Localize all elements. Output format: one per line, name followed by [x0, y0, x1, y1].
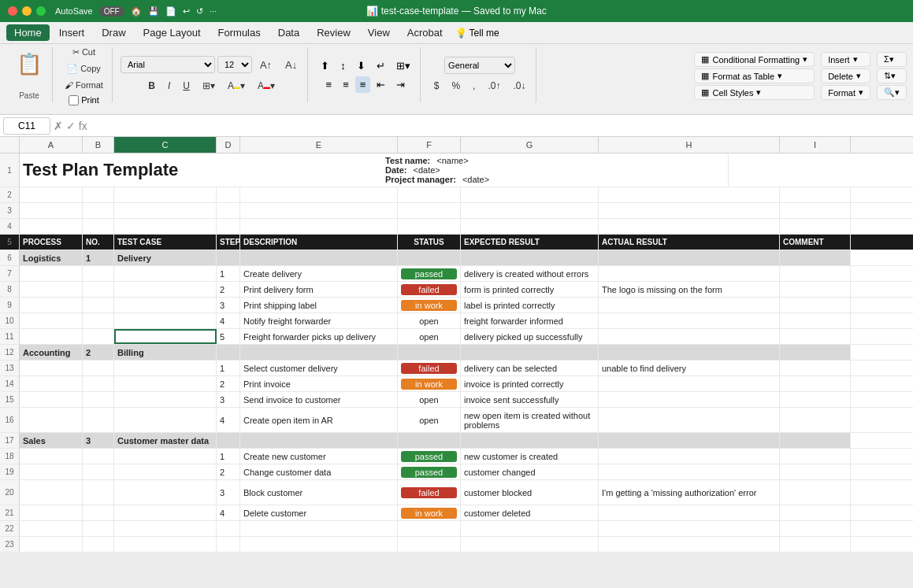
cell-f17[interactable] — [398, 433, 461, 448]
align-middle-button[interactable]: ↕ — [336, 57, 351, 74]
cell-a11[interactable] — [20, 329, 83, 344]
cell-c6[interactable]: Delivery — [114, 250, 217, 265]
rownum-7[interactable]: 7 — [0, 266, 20, 281]
wrap-text-button[interactable]: ↵ — [372, 57, 390, 74]
cell-f16[interactable]: open — [398, 408, 461, 432]
percent-button[interactable]: % — [446, 78, 466, 94]
align-bottom-button[interactable]: ⬇ — [352, 57, 370, 74]
align-center-button[interactable]: ≡ — [338, 76, 354, 93]
cell-a12[interactable]: Accounting — [20, 345, 83, 360]
cell-h9[interactable] — [599, 298, 780, 312]
cell-g12[interactable] — [461, 345, 599, 360]
cell-c23[interactable] — [114, 537, 217, 552]
cell-b20[interactable] — [83, 480, 114, 505]
menu-home[interactable]: Home — [6, 24, 50, 41]
col-header-h[interactable]: H — [599, 137, 780, 153]
cell-g19[interactable]: customer changed — [461, 464, 599, 479]
border-button[interactable]: ⊞▾ — [197, 78, 221, 94]
header-no[interactable]: NO. — [83, 235, 114, 250]
cell-g15[interactable]: invoice sent successfully — [461, 392, 599, 407]
cell-d2[interactable] — [217, 187, 240, 202]
col-header-i[interactable]: I — [780, 137, 851, 153]
font-family-select[interactable]: Arial — [121, 56, 215, 73]
col-header-g[interactable]: G — [461, 137, 599, 153]
cell-h7[interactable] — [599, 266, 780, 281]
cell-i14[interactable] — [780, 376, 851, 391]
cell-i16[interactable] — [780, 408, 851, 432]
rownum-2[interactable]: 2 — [0, 187, 20, 202]
cell-e17[interactable] — [240, 433, 398, 448]
header-step[interactable]: STEP — [217, 235, 240, 250]
rownum-15[interactable]: 15 — [0, 392, 20, 407]
cell-a19[interactable] — [20, 464, 83, 479]
cell-i1[interactable] — [658, 153, 729, 187]
more-icon[interactable]: ··· — [210, 6, 217, 16]
cell-a17[interactable]: Sales — [20, 433, 83, 448]
fill-color-button[interactable]: A▬▾ — [222, 78, 251, 94]
cell-f19[interactable]: passed — [398, 464, 461, 479]
cell-b12[interactable]: 2 — [83, 345, 114, 360]
cell-a1[interactable]: Test Plan Template — [20, 153, 382, 187]
cell-i3[interactable] — [780, 203, 851, 218]
align-top-button[interactable]: ⬆ — [316, 57, 334, 74]
rownum-11[interactable]: 11 — [0, 329, 20, 344]
cell-c15[interactable] — [114, 392, 217, 407]
header-testcase[interactable]: TEST CASE — [114, 235, 217, 250]
cell-a13[interactable] — [20, 361, 83, 375]
cell-b11[interactable] — [83, 329, 114, 344]
cell-d18[interactable]: 1 — [217, 449, 240, 464]
menu-page-layout[interactable]: Page Layout — [135, 24, 209, 41]
cell-d15[interactable]: 3 — [217, 392, 240, 407]
col-header-f[interactable]: F — [398, 137, 461, 153]
cell-h19[interactable] — [599, 464, 780, 479]
cell-a7[interactable] — [20, 266, 83, 281]
cell-h18[interactable] — [599, 449, 780, 464]
menu-draw[interactable]: Draw — [94, 24, 133, 41]
cell-i11[interactable] — [780, 329, 851, 344]
menu-formulas[interactable]: Formulas — [210, 24, 269, 41]
cell-i10[interactable] — [780, 313, 851, 328]
cell-a8[interactable] — [20, 282, 83, 297]
cell-b13[interactable] — [83, 361, 114, 375]
cell-e12[interactable] — [240, 345, 398, 360]
indent-left-button[interactable]: ⇤ — [372, 76, 390, 93]
cell-a6[interactable]: Logistics — [20, 250, 83, 265]
cell-f23[interactable] — [398, 537, 461, 552]
sort-filter-button[interactable]: ⇅▾ — [877, 68, 907, 83]
cell-g17[interactable] — [461, 433, 599, 448]
italic-button[interactable]: I — [162, 78, 176, 94]
cell-a3[interactable] — [20, 203, 83, 218]
cell-f13[interactable]: failed — [398, 361, 461, 375]
redo-icon[interactable]: ↺ — [196, 6, 203, 17]
cell-e8[interactable]: Print delivery form — [240, 282, 398, 297]
rownum-21[interactable]: 21 — [0, 505, 20, 520]
cell-e19[interactable]: Change customer data — [240, 464, 398, 479]
rownum-9[interactable]: 9 — [0, 298, 20, 312]
col-header-d[interactable]: D — [217, 137, 240, 153]
cell-a15[interactable] — [20, 392, 83, 407]
cell-d16[interactable]: 4 — [217, 408, 240, 432]
copy-button[interactable]: 📄 Copy — [63, 61, 105, 76]
cell-c14[interactable] — [114, 376, 217, 391]
cell-b8[interactable] — [83, 282, 114, 297]
rownum-16[interactable]: 16 — [0, 408, 20, 432]
cell-c20[interactable] — [114, 480, 217, 505]
close-button[interactable] — [8, 6, 17, 16]
cell-e6[interactable] — [240, 250, 398, 265]
cell-b10[interactable] — [83, 313, 114, 328]
cell-f7[interactable]: passed — [398, 266, 461, 281]
cell-h6[interactable] — [599, 250, 780, 265]
cell-g23[interactable] — [461, 537, 599, 552]
cell-e7[interactable]: Create delivery — [240, 266, 398, 281]
cell-i19[interactable] — [780, 464, 851, 479]
cell-c11[interactable] — [114, 329, 217, 344]
cell-i8[interactable] — [780, 282, 851, 297]
cell-b19[interactable] — [83, 464, 114, 479]
cell-e10[interactable]: Notify freight forwarder — [240, 313, 398, 328]
cell-f1[interactable]: Test name: <name> Date: <date> Project m… — [382, 153, 658, 187]
cell-c3[interactable] — [114, 203, 217, 218]
cell-i23[interactable] — [780, 537, 851, 552]
indent-right-button[interactable]: ⇥ — [392, 76, 410, 93]
cell-g14[interactable]: invoice is printed correctly — [461, 376, 599, 391]
cell-d17[interactable] — [217, 433, 240, 448]
